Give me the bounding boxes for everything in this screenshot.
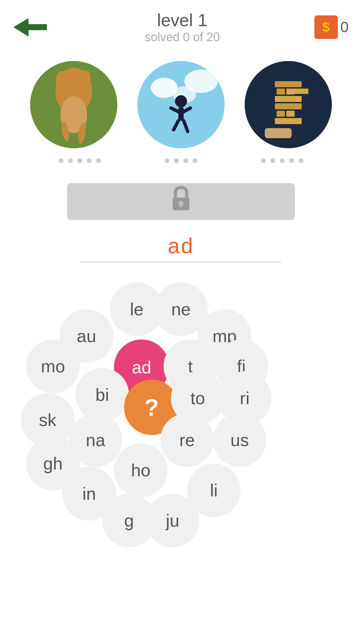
dot [96,158,101,163]
bubble-ho[interactable]: ho [114,443,168,497]
svg-rect-20 [275,118,302,124]
svg-rect-25 [277,89,285,95]
image-jump[interactable] [137,61,225,148]
bubble-bi[interactable]: bi [75,368,129,422]
images-row [0,48,362,155]
dot [280,158,285,163]
dot [174,158,179,163]
dot [165,158,169,163]
svg-rect-24 [275,96,302,102]
bubble-mo[interactable]: mo [26,339,80,393]
header: level 1 solved 0 of 20 $ 0 [0,0,362,48]
coins-box: $ 0 [314,15,349,39]
dots-group-3 [261,158,303,163]
dot [270,158,275,163]
solved-label: solved 0 of 20 [145,30,220,44]
current-word: ad [80,233,282,258]
dot [77,158,82,163]
svg-marker-0 [13,18,47,37]
svg-rect-22 [286,111,295,117]
dots-group-1 [59,158,101,163]
dot [299,158,303,163]
dot [87,158,92,163]
dollar-badge: $ [314,15,338,39]
dot [289,158,294,163]
image-jenga[interactable] [245,61,332,148]
svg-rect-27 [275,81,302,87]
dot [68,158,73,163]
dot [59,158,63,163]
svg-rect-31 [180,203,182,207]
header-center: level 1 solved 0 of 20 [145,10,220,44]
lock-bar [67,183,295,220]
bubble-us[interactable]: us [213,413,266,467]
lock-icon [169,186,193,217]
dots-group-2 [165,158,197,163]
bubble-ju[interactable]: ju [146,494,199,547]
svg-rect-19 [265,128,292,138]
coin-count: 0 [341,19,349,36]
svg-rect-23 [275,103,302,109]
dot [183,158,188,163]
svg-rect-21 [277,111,285,117]
bubble-area: leneaumpadtmofibi?torisknareusghhoinligj… [0,272,362,561]
dots-row [0,155,362,173]
dot [261,158,266,163]
svg-point-12 [175,95,187,107]
bubble-re[interactable]: re [160,413,214,467]
image-kangaroo[interactable] [30,61,117,148]
dot [193,158,197,163]
word-display: ad [80,233,282,262]
svg-rect-28 [293,89,308,94]
level-title: level 1 [145,10,220,30]
back-button[interactable] [13,17,50,37]
